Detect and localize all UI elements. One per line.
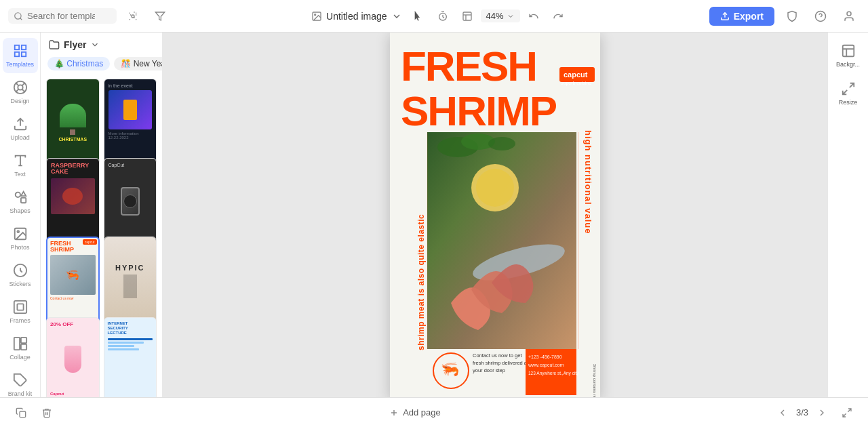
svg-text:superb cuisine: superb cuisine: [561, 81, 591, 86]
svg-rect-17: [14, 52, 18, 56]
zoom-level: 44%: [486, 11, 504, 21]
timer-icon: [437, 11, 448, 22]
user-icon: [843, 10, 855, 22]
svg-rect-16: [21, 52, 25, 56]
design-icon: [13, 80, 28, 95]
folder-icon: [49, 39, 60, 50]
svg-point-13: [847, 12, 851, 16]
svg-point-5: [315, 14, 316, 15]
svg-rect-34: [20, 338, 26, 343]
sidebar-item-templates[interactable]: Templates: [3, 38, 38, 73]
trash-icon: [41, 407, 52, 418]
text-icon: [13, 153, 28, 168]
templates-panel: Flyer 🎄 Christmas 🎊 New Year Mo CHRISTMA…: [41, 33, 163, 397]
doc-title[interactable]: Untitled image: [311, 11, 402, 22]
template-thumb-shrimp[interactable]: FRESHSHRIMP capcut 🦐 Contact us now: [46, 237, 100, 325]
export-button[interactable]: Export: [709, 7, 774, 26]
topbar: Untitled image 44%: [0, 0, 868, 33]
wand-icon: [127, 11, 138, 22]
sidebar-item-design[interactable]: Design: [3, 75, 38, 110]
background-btn[interactable]: Backgr...: [831, 38, 866, 73]
svg-text:your door step: your door step: [473, 367, 505, 373]
svg-marker-3: [155, 12, 164, 20]
sidebar-item-collage[interactable]: Collage: [3, 331, 38, 366]
help-btn[interactable]: [810, 5, 831, 27]
svg-text:FRESH: FRESH: [401, 43, 536, 89]
topbar-center: Untitled image 44%: [176, 5, 704, 27]
svg-text:SHRIMP: SHRIMP: [401, 87, 557, 134]
template-thumb-raspberry[interactable]: RASPBERRYCAKE: [46, 158, 100, 247]
add-page-button[interactable]: Add page: [381, 405, 449, 420]
svg-point-2: [132, 15, 134, 18]
svg-rect-31: [14, 301, 26, 313]
template-thumb-christmas[interactable]: CHRISTMAS: [46, 79, 100, 167]
prev-page-btn[interactable]: [773, 403, 792, 422]
zoom-selector[interactable]: 44%: [481, 9, 520, 22]
search-box[interactable]: [8, 8, 117, 24]
sidebar-item-shapes[interactable]: Shapes: [3, 184, 38, 220]
doc-title-text: Untitled image: [326, 11, 387, 22]
svg-text:capcut: capcut: [564, 70, 588, 79]
magic-tools-btn[interactable]: [122, 5, 144, 27]
sidebar-item-stickers[interactable]: Stickers: [3, 258, 38, 293]
svg-text:www.capcut.com: www.capcut.com: [528, 363, 564, 368]
svg-text:Shrimp contains rich protein a: Shrimp contains rich protein and other n…: [593, 364, 597, 397]
user-btn[interactable]: [838, 5, 860, 27]
sidebar-label-photos: Photos: [10, 244, 29, 251]
tag-newyear[interactable]: 🎊 New Year: [114, 57, 162, 70]
chevron-down-icon: [90, 40, 100, 49]
template-thumb-security[interactable]: INTERNETSECURITYLECTURE: [104, 317, 157, 398]
svg-point-30: [17, 230, 19, 232]
tag-christmas[interactable]: 🎄 Christmas: [47, 57, 110, 70]
svg-rect-28: [20, 198, 25, 203]
resize-btn[interactable]: Resize: [831, 76, 866, 111]
topbar-right: Export: [709, 5, 860, 27]
template-thumb-watch[interactable]: CapCut Men's Watch: [104, 158, 157, 247]
sidebar-label-collage: Collage: [9, 354, 31, 361]
svg-text:fresh shrimp delivered at: fresh shrimp delivered at: [473, 360, 529, 366]
sidebar-item-upload[interactable]: Upload: [3, 111, 38, 146]
svg-rect-14: [14, 45, 18, 49]
svg-point-19: [18, 85, 22, 89]
panel-header[interactable]: Flyer: [41, 33, 162, 54]
svg-rect-33: [14, 338, 19, 350]
cursor-btn[interactable]: [408, 5, 429, 27]
timer-btn[interactable]: [432, 5, 454, 27]
bottom-bar-right: 3/3: [773, 403, 857, 423]
svg-text:+123 -456-7890: +123 -456-7890: [528, 354, 562, 359]
sidebar-item-brand[interactable]: Brand kit: [3, 367, 38, 397]
undo-icon: [528, 11, 539, 22]
sidebar-label-templates: Templates: [6, 61, 34, 68]
undo-btn[interactable]: [523, 5, 545, 27]
sidebar-item-photos[interactable]: Photos: [3, 221, 38, 256]
sidebar-item-frames[interactable]: Frames: [3, 294, 38, 329]
canvas-scroll[interactable]: FRESH SHRIMP capcut superb cuisine: [163, 33, 827, 397]
sidebar-item-text[interactable]: Text: [3, 148, 38, 183]
template-thumb-hypic[interactable]: HYPIC: [104, 237, 157, 325]
canvas-wrap: FRESH SHRIMP capcut superb cuisine: [390, 33, 600, 397]
frames-icon: [13, 300, 28, 314]
sidebar-icons: Templates Design Upload Text Shapes Phot…: [0, 33, 41, 397]
brand-icon: [13, 373, 28, 388]
layout-btn[interactable]: [456, 5, 478, 27]
svg-point-0: [15, 12, 21, 18]
delete-btn[interactable]: [37, 403, 57, 423]
sidebar-label-frames: Frames: [9, 317, 31, 324]
filter-icon: [155, 11, 165, 22]
next-page-btn[interactable]: [812, 403, 831, 422]
search-input[interactable]: [27, 11, 95, 21]
redo-btn[interactable]: [547, 5, 569, 27]
svg-line-21: [22, 89, 24, 92]
shield-icon-btn[interactable]: [781, 5, 803, 27]
svg-point-27: [15, 192, 20, 197]
filter-btn[interactable]: [149, 5, 171, 27]
template-thumb-event[interactable]: in the event More information 12.22.2022: [104, 79, 157, 167]
background-label: Backgr...: [836, 61, 860, 68]
svg-text:123 Anywhere st.,Any city: 123 Anywhere st.,Any city: [528, 371, 579, 376]
expand-btn[interactable]: [837, 403, 857, 423]
bottom-bar: Add page 3/3: [0, 397, 868, 427]
templates-icon: [13, 43, 28, 58]
copy-btn[interactable]: [11, 403, 31, 423]
template-thumb-dress[interactable]: 20% OFF CapcutNew Dress: [46, 317, 100, 398]
svg-line-23: [16, 89, 18, 92]
